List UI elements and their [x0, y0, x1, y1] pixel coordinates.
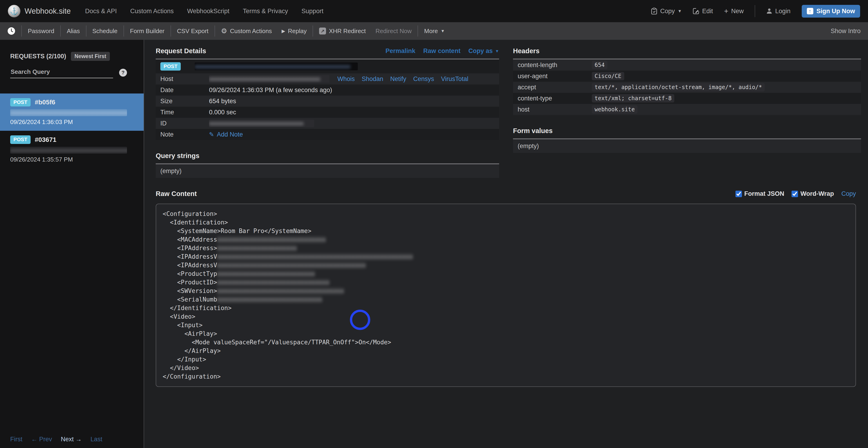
replay-button[interactable]: ▶ Replay: [282, 28, 307, 35]
chevron-down-icon: ▼: [495, 49, 499, 53]
permalink-link[interactable]: Permalink: [385, 47, 415, 55]
sort-order-toggle[interactable]: Newest First: [71, 52, 110, 61]
code-line: <SerialNumbxxxxxxxxxxxxxxxxxxxxxxxxxxxxx: [163, 295, 849, 304]
nav-link-docs-api[interactable]: Docs & API: [85, 8, 117, 15]
csv-export-button[interactable]: CSV Export: [177, 28, 209, 35]
pagination-prev[interactable]: ← Prev: [31, 436, 52, 443]
nav-link-support[interactable]: Support: [302, 8, 323, 15]
copy-as-dropdown[interactable]: Copy as ▼: [468, 47, 499, 55]
schedule-button[interactable]: Schedule: [92, 28, 118, 35]
word-wrap-input[interactable]: [792, 191, 798, 197]
copy-raw-content-link[interactable]: Copy: [841, 190, 856, 197]
request-id: #03671: [35, 136, 56, 143]
request-url-redacted: xxxxxxxxxxxxxxxxxxxxxxxxxxxxxxxxxxxxxxxx…: [10, 109, 127, 116]
replay-label: Replay: [288, 28, 307, 35]
raw-content-code: <Configuration> <Identification> <System…: [156, 204, 856, 387]
host-lookup-links: Whois Shodan Netify Censys VirusTotal: [337, 75, 468, 82]
code-line: <IPAddressVxxxxxxxxxxxxxxxxxxxxxxxxxxxxx…: [163, 261, 849, 270]
redacted-text: xxxxxxxxxxxxxxxxxxxxxxxxxxx: [217, 270, 315, 277]
row-label: ID: [160, 120, 209, 127]
new-label: New: [731, 8, 744, 15]
copy-url-button[interactable]: Copy ▼: [651, 8, 682, 15]
url-toolbar: Password Alias Schedule Form Builder CSV…: [0, 22, 868, 40]
top-navbar: ⚓ Webhook.site Docs & API Custom Actions…: [0, 0, 868, 22]
add-note-button[interactable]: ✎ Add Note: [209, 131, 243, 138]
redacted-text: xxxxxxxxxxxxxxxxxxxxxxxxxxxxxxx: [217, 279, 330, 286]
alias-button[interactable]: Alias: [67, 28, 80, 35]
form-values-title: Form values: [513, 127, 861, 135]
method-badge: POST: [160, 62, 181, 71]
add-note-label: Add Note: [217, 131, 243, 138]
edit-label: Edit: [702, 8, 713, 15]
pencil-square-icon: [693, 8, 699, 14]
redacted-text: xxxxxxxxxxxxxxxxxxxxxxxxxxxxxxxxxxxxxxxx…: [217, 262, 366, 269]
nav-link-webhookscript[interactable]: WebhookScript: [187, 8, 229, 15]
time-value: 0.000 sec: [209, 109, 236, 116]
code-line: </Input>: [163, 355, 849, 364]
show-intro-link[interactable]: Show Intro: [831, 28, 861, 35]
request-age-clock-button[interactable]: [7, 27, 15, 35]
headers-column: Headers content-length 654 user-agent Ci…: [513, 47, 861, 178]
sidebar-header: REQUESTS (2/100) Newest First ?: [0, 40, 144, 78]
header-value: webhook.site: [592, 105, 638, 114]
shodan-link[interactable]: Shodan: [362, 75, 383, 82]
custom-actions-button[interactable]: ⚙ Custom Actions: [221, 28, 272, 35]
redirect-group: ↗ XHR Redirect Redirect Now: [319, 28, 411, 35]
pagination-last[interactable]: Last: [91, 436, 102, 443]
arrow-up-square-icon: ↑: [807, 8, 813, 14]
format-json-checkbox[interactable]: Format JSON: [736, 190, 784, 197]
header-name: host: [518, 106, 592, 113]
request-list-item-selected[interactable]: POST #b05f6 xxxxxxxxxxxxxxxxxxxxxxxxxxxx…: [0, 94, 144, 131]
format-json-input[interactable]: [736, 191, 742, 197]
request-list-item[interactable]: POST #03671 xxxxxxxxxxxxxxxxxxxxxxxxxxxx…: [0, 131, 144, 168]
play-icon: ▶: [282, 29, 285, 33]
requests-sidebar: REQUESTS (2/100) Newest First ? POST #b0…: [0, 40, 144, 448]
code-line: <Configuration>: [163, 210, 849, 218]
toolbar-divider: [170, 26, 171, 37]
query-strings-empty: (empty): [156, 164, 499, 178]
sign-up-label: Sign Up Now: [816, 8, 855, 15]
search-query-input[interactable]: [10, 67, 113, 78]
code-line: <IPAddress>xxxxxxxxxxxxxxxxxxxxxx: [163, 244, 849, 252]
webhook-site-app: ⚓ Webhook.site Docs & API Custom Actions…: [0, 0, 868, 448]
nav-link-terms-privacy[interactable]: Terms & Privacy: [243, 8, 288, 15]
new-url-button[interactable]: + New: [724, 7, 744, 15]
redirect-now-button[interactable]: Redirect Now: [375, 28, 411, 35]
request-url-redacted: xxxxxxxxxxxxxxxxxxxxxxxxxxxxxxxxxxxxxxxx…: [195, 63, 358, 70]
code-line: <Mode valueSpaceRef="/Valuespace/TTPAR_O…: [163, 338, 849, 347]
row-label: Note: [160, 131, 209, 138]
method-badge: POST: [10, 98, 31, 106]
toolbar-divider: [215, 26, 215, 37]
brand-home-link[interactable]: ⚓ Webhook.site: [8, 5, 71, 18]
header-name: accept: [518, 84, 592, 91]
pagination-next[interactable]: Next →: [61, 436, 82, 443]
header-value: 654: [592, 61, 607, 69]
edit-button[interactable]: Edit: [693, 8, 713, 15]
more-menu-button[interactable]: More ▼: [424, 28, 445, 35]
password-button[interactable]: Password: [28, 28, 54, 35]
clock-icon: [7, 27, 15, 35]
whois-link[interactable]: Whois: [337, 75, 355, 82]
sign-up-now-button[interactable]: ↑ Sign Up Now: [802, 5, 860, 18]
xhr-redirect-button[interactable]: ↗ XHR Redirect: [319, 28, 366, 35]
login-button[interactable]: Login: [766, 8, 790, 15]
headers-title: Headers: [513, 47, 861, 55]
date-value: 09/26/2024 1:36:03 PM (a few seconds ago…: [209, 87, 332, 94]
content-layout: REQUESTS (2/100) Newest First ? POST #b0…: [0, 40, 868, 448]
search-help-icon[interactable]: ?: [119, 69, 127, 77]
nav-link-custom-actions[interactable]: Custom Actions: [130, 8, 174, 15]
virustotal-link[interactable]: VirusTotal: [441, 75, 468, 82]
row-label: Host: [160, 75, 209, 82]
censys-link[interactable]: Censys: [413, 75, 434, 82]
form-builder-button[interactable]: Form Builder: [130, 28, 164, 35]
header-row: accept text/*, application/octet-stream,…: [513, 82, 861, 93]
pagination-first[interactable]: First: [10, 436, 22, 443]
raw-content-link[interactable]: Raw content: [423, 47, 461, 55]
brand-name: Webhook.site: [25, 7, 71, 15]
toolbar-divider: [313, 26, 313, 37]
code-line: <Identification>: [163, 218, 849, 227]
word-wrap-checkbox[interactable]: Word-Wrap: [792, 190, 834, 197]
netify-link[interactable]: Netify: [390, 75, 406, 82]
request-details-title: Request Details: [156, 47, 206, 55]
request-details-column: Request Details Permalink Raw content Co…: [156, 47, 499, 178]
